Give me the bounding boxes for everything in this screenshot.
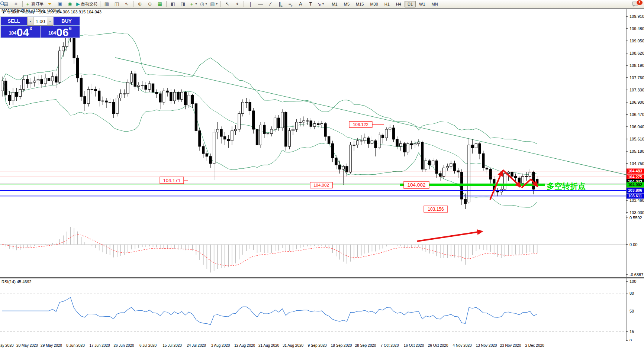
candle [177,92,179,99]
auto-trading-icon[interactable]: ▶自动交易 [75,0,99,8]
sell-button[interactable]: SELL [1,17,27,26]
periods-icon[interactable]: ◷▼ [199,0,209,8]
download-center-icon[interactable]: ⏷ [45,0,55,8]
candle [148,84,151,89]
chart-profile-icon[interactable]: ⌗ [11,0,21,8]
volume-up-button[interactable]: ▲ [47,17,53,26]
candle [202,146,204,154]
candle [216,129,219,132]
candle [77,58,79,78]
candle [328,136,330,143]
bar-chart-type-icon[interactable]: ▥ [102,0,112,8]
toolbar-separator [166,1,167,7]
sell-price-display[interactable]: 104 04 3 [1,26,40,38]
candlestick-chart-type-icon[interactable]: ◫ [112,0,122,8]
chart-shift-icon[interactable]: ◧ [168,0,178,8]
date-tick-label: 11 May 2020 [0,343,14,348]
buy-button[interactable]: BUY [54,17,80,26]
candle [277,118,280,128]
date-tick-label: 18 Sep 2020 [331,343,352,348]
candle [260,125,262,145]
date-tick-label: 31 Aug 2020 [283,343,303,348]
candle [306,121,308,121]
candle [105,101,107,102]
candle [12,92,14,101]
date-tick-label: 12 Aug 2020 [234,343,255,348]
rsi-scale-label: 80 [629,291,634,295]
arrows-icon[interactable]: ↘▼ [316,0,325,8]
text-icon[interactable]: A [296,0,305,8]
candle [19,89,21,96]
candle [173,92,176,101]
rsi-scale-label: 0 [629,338,632,341]
candle [299,122,301,123]
time-axis[interactable]: 11 May 202020 May 202029 May 20208 Jun 2… [0,342,644,349]
crosshair-icon[interactable]: ⌖ [232,0,242,8]
buy-price-sup: 6 [69,26,72,31]
timeframe-m1[interactable]: M1 [329,1,340,7]
candle [371,141,373,144]
macd-panel[interactable]: 0.55920.00-0.6387 [0,215,644,277]
templates-icon[interactable]: ▧▼ [209,0,219,8]
candle [94,89,97,91]
panel-separator[interactable] [0,8,644,9]
text-label-icon[interactable]: T [306,0,315,8]
timeframe-mn[interactable]: MN [429,1,441,7]
candle [119,94,122,98]
tile-windows-icon[interactable]: ▦ [155,0,165,8]
vertical-line-icon[interactable]: ｜ [245,0,255,8]
candle [511,172,513,177]
timeframe-w1[interactable]: W1 [416,1,428,7]
rsi-panel[interactable]: 1008050150 [0,278,644,341]
price-tick-label: 109.050 [629,39,644,43]
candle [33,81,36,82]
turning-point-note[interactable]: 多空转折点 [547,182,586,191]
price-chart-panel[interactable]: 104.171104.002106.122104.002103.156多空转折点… [0,8,644,214]
horizontal-line-icon[interactable]: — [255,0,265,8]
price-tick-label: 106.040 [629,125,644,129]
timeframe-h4[interactable]: H4 [393,1,404,7]
volume-value[interactable]: 1.00 [33,17,47,26]
equidistant-channel-icon[interactable]: ∥E [276,0,285,8]
sound-alert-icon[interactable]: ◉ [65,0,75,8]
candle [407,143,409,152]
price-badge: 104.275 [628,175,642,179]
indicators-icon[interactable]: ＋▼ [188,0,199,8]
candle [127,82,129,94]
candle [170,92,172,101]
trendline-icon[interactable]: ∕ [265,0,275,8]
notifications-icon[interactable]: 1 [632,1,641,7]
panel-separator[interactable] [0,277,644,278]
timeframe-h1[interactable]: H1 [381,1,393,7]
price-tick-label: 108.190 [629,63,644,68]
chart-autoscroll-icon[interactable]: ◨ [178,0,188,8]
zoom-out-icon[interactable]: ⊖ [145,0,155,8]
volume-stepper: ▼ 1.00 ▲ [27,17,53,26]
descending-trendline[interactable] [115,58,629,175]
svg-text:106.122: 106.122 [353,122,368,127]
timeframe-d1[interactable]: D1 [405,1,416,7]
svg-text:104.002: 104.002 [408,182,426,188]
volume-down-button[interactable]: ▼ [27,17,33,26]
market-watch-icon[interactable]: ▣ [55,0,65,8]
candle [141,85,143,85]
timeframe-m5[interactable]: M5 [341,1,352,7]
cursor-icon[interactable]: ↖ [222,0,232,8]
line-chart-type-icon[interactable]: ∿ [122,0,132,8]
zoom-in-icon[interactable]: ⊕ [135,0,145,8]
candle [464,199,466,204]
timeframe-m15[interactable]: M15 [353,1,367,7]
candle [425,161,427,169]
timeframe-m30[interactable]: M30 [367,1,381,7]
sell-price-sup: 3 [29,26,32,31]
new-order-icon[interactable]: ＋新订单 [24,0,45,8]
date-tick-label: 28 Sep 2020 [355,343,376,348]
search-icon[interactable] [620,0,629,8]
price-tick-label: 109.480 [629,26,644,31]
candle [1,81,3,91]
candle [138,85,140,87]
candle [522,177,524,184]
fibonacci-icon[interactable]: ≡F [286,0,295,8]
buy-price-display[interactable]: 104 06 6 [41,26,80,38]
candle [44,78,46,84]
